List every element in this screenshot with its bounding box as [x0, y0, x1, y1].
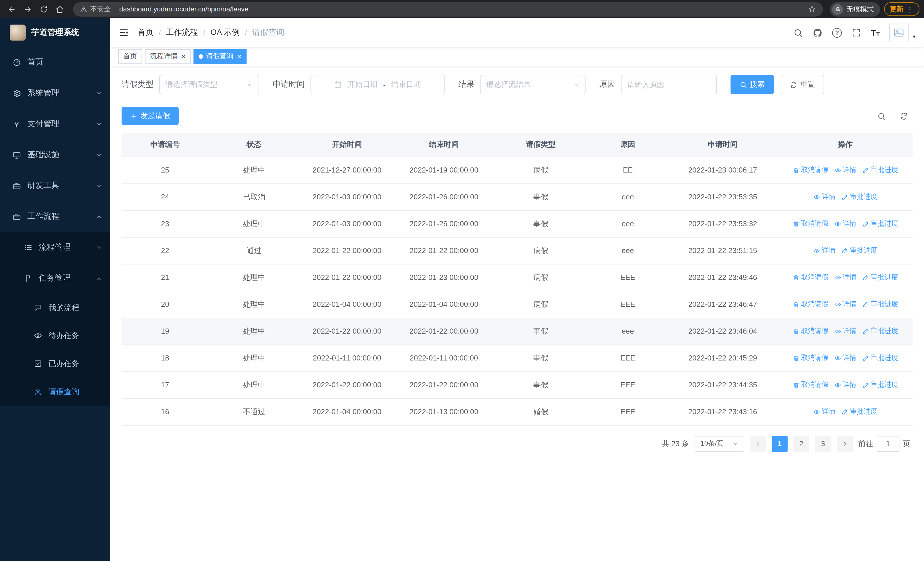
cell-end-time: 2022-01-11 00:00:00 — [394, 344, 494, 371]
header-search-icon[interactable] — [793, 28, 803, 38]
user-menu-caret-icon[interactable]: ▾ — [913, 34, 915, 42]
sidebar-item-process-mgmt[interactable]: 流程管理 — [0, 232, 110, 263]
sidebar-item-leave-query[interactable]: 请假查询 — [0, 378, 110, 406]
sidebar-item-done-task[interactable]: 已办任务 — [0, 350, 110, 378]
sidebar-item-system[interactable]: 系统管理 — [0, 78, 110, 108]
toggle-search-icon[interactable] — [877, 112, 886, 120]
sidebar-item-devtools[interactable]: 研发工具 — [0, 170, 110, 201]
sidebar-item-infra[interactable]: 基础设施 — [0, 139, 110, 170]
row-action-cancel[interactable]: 取消请假 — [792, 326, 828, 336]
security-indicator[interactable]: 不安全 — [80, 4, 111, 14]
address-bar[interactable]: 不安全 dashboard.yudao.iocoder.cn/bpm/oa/le… — [73, 2, 823, 16]
fullscreen-icon[interactable] — [852, 28, 861, 38]
leave-type-select[interactable]: 请选择请假类型 — [159, 75, 259, 94]
row-action-detail[interactable]: 详情 — [834, 326, 856, 336]
col-start-time: 开始时间 — [300, 133, 394, 156]
omnibox-divider — [115, 5, 115, 13]
apply-time-range-picker[interactable]: 开始日期 - 结束日期 — [310, 75, 445, 94]
row-action-progress[interactable]: 审批进度 — [862, 219, 898, 229]
breadcrumb-workflow: 工作流程 — [166, 27, 198, 38]
row-action-progress[interactable]: 审批进度 — [862, 353, 898, 363]
cell-status: 处理中 — [208, 210, 300, 237]
bookmark-star-icon[interactable] — [808, 5, 816, 13]
create-leave-button[interactable]: 发起请假 — [122, 107, 178, 125]
date-start-placeholder: 开始日期 — [348, 80, 378, 90]
tab-home[interactable]: 首页 — [118, 49, 142, 64]
close-icon[interactable]: × — [237, 53, 242, 60]
sidebar-item-todo-task[interactable]: 待办任务 — [0, 322, 110, 350]
refresh-icon — [790, 81, 797, 88]
next-page-button[interactable] — [837, 436, 853, 451]
row-action-cancel[interactable]: 取消请假 — [792, 219, 828, 229]
sidebar-item-workflow[interactable]: 工作流程 — [0, 201, 110, 232]
row-action-progress[interactable]: 审批进度 — [862, 272, 898, 282]
row-action-progress[interactable]: 审批进度 — [862, 299, 898, 309]
list-icon — [23, 243, 33, 252]
row-action-detail[interactable]: 详情 — [813, 246, 836, 256]
sidebar-item-payment[interactable]: ¥ 支付管理 — [0, 108, 110, 139]
sidebar-item-task-mgmt[interactable]: 任务管理 — [0, 263, 110, 294]
row-action-detail[interactable]: 详情 — [834, 219, 856, 229]
cell-leave-type: 病假 — [494, 156, 588, 183]
browser-back-button[interactable] — [4, 2, 18, 16]
result-select[interactable]: 请选择流结果 — [480, 75, 585, 94]
sidebar-item-home[interactable]: 首页 — [0, 47, 110, 78]
row-action-cancel[interactable]: 取消请假 — [792, 272, 828, 282]
row-action-detail[interactable]: 详情 — [813, 407, 836, 417]
row-action-progress[interactable]: 审批进度 — [862, 165, 898, 175]
row-action-cancel[interactable]: 取消请假 — [792, 165, 828, 175]
row-action-detail[interactable]: 详情 — [813, 192, 836, 202]
cell-end-time: 2022-01-13 00:00:00 — [394, 398, 494, 425]
reset-button[interactable]: 重置 — [781, 75, 824, 94]
table-row: 21 处理中 2022-01-22 00:00:00 2022-01-23 00… — [122, 264, 913, 291]
font-size-icon[interactable]: TT — [871, 28, 880, 38]
cell-apply-id: 24 — [122, 183, 208, 210]
table-refresh-icon[interactable] — [900, 112, 908, 120]
cell-reason: eee — [588, 210, 667, 237]
tab-leave-query[interactable]: 请假查询 × — [194, 49, 246, 64]
row-action-detail[interactable]: 详情 — [834, 165, 856, 175]
breadcrumb-home[interactable]: 首页 — [138, 27, 153, 38]
page-button-1[interactable]: 1 — [772, 436, 788, 451]
prev-page-button[interactable] — [750, 436, 766, 451]
row-action-detail[interactable]: 详情 — [834, 299, 856, 309]
browser-forward-button[interactable] — [21, 2, 34, 16]
page-button-2[interactable]: 2 — [793, 436, 809, 451]
row-action-progress[interactable]: 审批进度 — [841, 407, 877, 417]
reason-input[interactable] — [627, 80, 711, 89]
table-header-row: 申请编号 状态 开始时间 结束时间 请假类型 原因 申请时间 操作 — [122, 133, 913, 156]
row-action-cancel[interactable]: 取消请假 — [792, 299, 828, 309]
row-action-progress[interactable]: 审批进度 — [841, 192, 877, 202]
github-icon[interactable] — [813, 28, 822, 38]
cell-reason: EEE — [588, 264, 667, 291]
app-logo[interactable]: 芋道管理系统 — [0, 18, 110, 47]
user-avatar[interactable] — [890, 23, 909, 42]
help-icon[interactable]: ? — [832, 28, 842, 38]
row-action-detail[interactable]: 详情 — [834, 272, 856, 282]
browser-reload-button[interactable] — [36, 2, 50, 16]
page-content: 请假类型 请选择请假类型 申请时间 开始日期 - 结束日期 结果 — [110, 66, 924, 561]
tab-process-detail[interactable]: 流程详情 × — [145, 49, 190, 64]
row-action-detail[interactable]: 详情 — [834, 380, 856, 390]
sidebar-toggle-icon[interactable] — [119, 27, 129, 38]
browser-home-button[interactable] — [52, 2, 66, 16]
page-size-select[interactable]: 10条/页 — [695, 436, 744, 451]
search-icon — [740, 81, 747, 88]
cell-actions: 取消请假详情审批进度 — [778, 156, 913, 183]
row-action-cancel[interactable]: 取消请假 — [792, 353, 828, 363]
browser-menu-button[interactable]: 更新 ⋮ — [884, 2, 920, 16]
goto-page-input[interactable] — [877, 436, 900, 451]
page-button-3[interactable]: 3 — [815, 436, 831, 451]
leave-table-body: 25 处理中 2021-12-27 00:00:00 2022-01-19 00… — [122, 156, 913, 425]
close-icon[interactable]: × — [182, 53, 186, 60]
sidebar-item-my-process[interactable]: 我的流程 — [0, 294, 110, 322]
row-action-cancel[interactable]: 取消请假 — [792, 380, 828, 390]
header-actions: ? TT ▾ — [793, 23, 915, 42]
row-action-progress[interactable]: 审批进度 — [841, 246, 877, 256]
incognito-icon — [832, 4, 843, 15]
row-action-detail[interactable]: 详情 — [834, 353, 856, 363]
search-button[interactable]: 搜索 — [730, 75, 774, 94]
row-action-progress[interactable]: 审批进度 — [862, 380, 898, 390]
table-row: 19 处理中 2022-01-22 00:00:00 2022-01-22 00… — [122, 317, 913, 344]
row-action-progress[interactable]: 审批进度 — [862, 326, 898, 336]
